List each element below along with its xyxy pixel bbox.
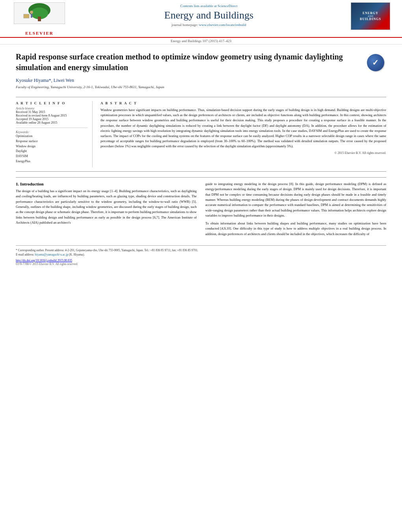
keywords-block: Keywords: Optimization Response surface … (16, 130, 87, 164)
energy-buildings-logo: ENERGY AND BUILDINGS (351, 2, 390, 30)
right-col-body-1: guide to integrating energy modeling in … (205, 182, 386, 219)
header: ELSEVIER Contents lists available at Sci… (0, 0, 402, 38)
left-col-body: The design of a building has a significa… (16, 189, 197, 226)
issn-line: 0378-7788/© 2015 Elsevier B.V. All right… (16, 262, 386, 266)
keyword-5: DAYSIM (16, 154, 87, 159)
svg-rect-5 (31, 14, 32, 18)
science-direct-link[interactable]: Contents lists available at ScienceDirec… (75, 4, 343, 8)
page: ELSEVIER Contents lists available at Sci… (0, 0, 402, 532)
elsevier-logo-container: ELSEVIER (8, 2, 71, 37)
keyword-3: Window design (16, 144, 87, 149)
journal-title: Energy and Buildings (75, 9, 343, 21)
main-content: Rapid response surface creation method t… (0, 44, 402, 245)
section1-title: Introduction (20, 182, 44, 186)
journal-homepage-link[interactable]: www.elsevier.com/locate/enbuild (199, 23, 246, 27)
keywords-label: Keywords: (16, 130, 87, 134)
abstract-section: A B S T R A C T Window geometries have s… (100, 101, 386, 167)
crossmark-circle[interactable]: ✓ (367, 54, 384, 71)
article-authors: Kyosuke Hiyama*, Liwei Wen (16, 78, 357, 83)
article-title-section: Rapid response surface creation method t… (16, 52, 357, 93)
authors-text: Kyosuke Hiyama*, Liwei Wen (16, 78, 74, 83)
abstract-text: Window geometries have significant impac… (100, 108, 386, 149)
energy-logo-title2: BUILDINGS (360, 17, 381, 21)
article-header: Rapid response surface creation method t… (16, 52, 386, 93)
journal-ref-bar: Energy and Buildings 107 (2015) 417–423 (0, 38, 402, 44)
article-title: Rapid response surface creation method t… (16, 52, 357, 73)
section1-heading: 1. Introduction (16, 182, 197, 186)
footnote-text: * Corresponding author. Present address:… (16, 248, 386, 252)
article-affiliation: Faculty of Engineering, Yamaguchi Univer… (16, 85, 357, 89)
science-direct-anchor[interactable]: ScienceDirect (218, 4, 237, 8)
elsevier-logo: ELSEVIER (14, 2, 65, 35)
received-revised-date: Received in revised form 8 August 2015 (16, 114, 87, 117)
journal-ref-text: Energy and Buildings 107 (2015) 417–423 (171, 39, 231, 43)
right-col-body-2: To obtain information about links betwee… (205, 221, 386, 237)
right-column: guide to integrating energy modeling in … (205, 182, 386, 239)
keyword-1: Optimization (16, 134, 87, 139)
article-body: A R T I C L E I N F O Article history: R… (16, 97, 386, 172)
energy-buildings-logo-container: ENERGY AND BUILDINGS (347, 2, 394, 32)
section-divider (16, 177, 386, 178)
crossmark-container: ✓ (365, 52, 386, 73)
elsevier-tree-svg (14, 2, 65, 24)
footnote-section: * Corresponding author. Present address:… (16, 245, 386, 266)
info-divider (16, 128, 87, 128)
keyword-2: Response surface (16, 139, 87, 144)
svg-rect-6 (24, 14, 29, 18)
keyword-4: Daylight (16, 149, 87, 154)
email-suffix: (K. Hiyama). (68, 253, 85, 256)
elsevier-text: ELSEVIER (25, 31, 54, 35)
available-date: Available online 20 August 2015 (16, 121, 87, 124)
keyword-6: EnergyPlus (16, 159, 87, 164)
energy-logo-title: ENERGY (363, 11, 378, 15)
article-history-block: Article history: Received 31 May 2015 Re… (16, 107, 87, 124)
email-label: E-mail address: (16, 253, 35, 256)
keywords-list: Optimization Response surface Window des… (16, 134, 87, 164)
doi-line[interactable]: http://dx.doi.org/10.1016/j.enbuild.2015… (16, 259, 386, 262)
footnote-asterisk-note: * Corresponding author. Present address:… (16, 248, 198, 252)
elsevier-image (14, 2, 65, 30)
two-col-section: 1. Introduction The design of a building… (16, 182, 386, 239)
email-link[interactable]: hiyama@yamaguchi-u.ac.jp (35, 253, 68, 256)
left-column: 1. Introduction The design of a building… (16, 182, 197, 239)
history-label: Article history: (16, 107, 87, 110)
section1-number: 1. (16, 182, 19, 186)
doi-link[interactable]: http://dx.doi.org/10.1016/j.enbuild.2015… (16, 259, 72, 262)
journal-homepage: journal homepage: www.elsevier.com/locat… (75, 23, 343, 27)
accepted-date: Accepted 19 August 2015 (16, 117, 87, 121)
header-center: Contents lists available at ScienceDirec… (71, 2, 347, 28)
copyright-line: © 2015 Elsevier B.V. All rights reserved… (100, 151, 386, 155)
abstract-title: A B S T R A C T (100, 101, 386, 105)
footnote-email: E-mail address: hiyama@yamaguchi-u.ac.jp… (16, 252, 386, 257)
svg-rect-3 (38, 17, 41, 21)
article-info-panel: A R T I C L E I N F O Article history: R… (16, 101, 93, 167)
article-info-title: A R T I C L E I N F O (16, 101, 87, 105)
received-date: Received 31 May 2015 (16, 110, 87, 114)
svg-point-4 (30, 11, 33, 14)
